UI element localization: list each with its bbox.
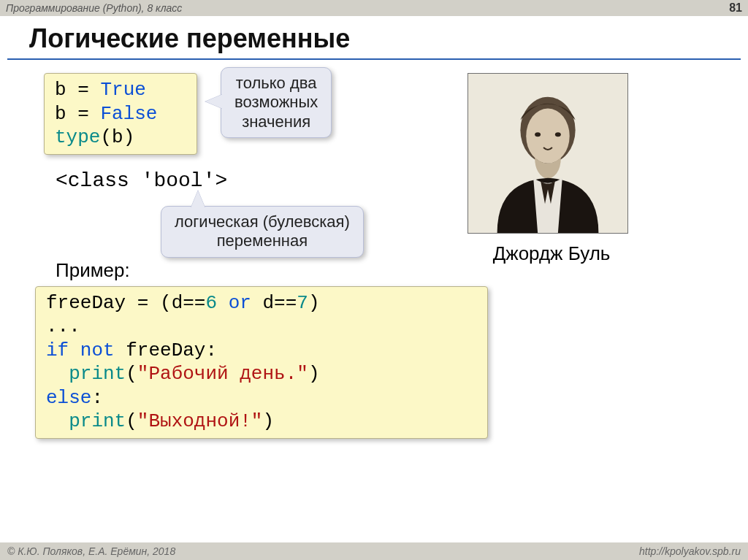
code-keyword: True [100, 79, 145, 101]
title-underline [7, 58, 741, 60]
code-keyword: False [100, 103, 157, 125]
code-text: d== [251, 292, 297, 314]
code-text: freeDay = (d== [46, 292, 205, 314]
page-number: 81 [729, 1, 742, 15]
callout-boolean-var: логическая (булевская) переменная [161, 206, 364, 258]
code-text: (b) [100, 126, 134, 148]
callout-line: логическая (булевская) [175, 212, 350, 231]
code-text: freeDay: [115, 340, 217, 361]
code-func: print [46, 363, 126, 385]
code-string: "Выходной!" [137, 410, 263, 432]
code-text: ) [308, 292, 320, 314]
portrait-block: Джордж Буль [468, 73, 636, 265]
person-icon [468, 74, 627, 233]
content-area: b = True b = False type(b) только два во… [0, 73, 748, 439]
header-bar: Программирование (Python), 8 класс 81 [0, 0, 748, 16]
code-text: b = [55, 103, 100, 125]
svg-point-2 [526, 109, 569, 164]
code-block-2: freeDay = (d==6 or d==7) ... if not free… [35, 286, 488, 439]
code-keyword: not [69, 340, 114, 361]
code-text: ( [126, 363, 137, 385]
footer-bar: © К.Ю. Поляков, Е.А. Ерёмин, 2018 http:/… [0, 542, 748, 560]
svg-point-4 [555, 132, 561, 137]
callout-line: переменная [175, 231, 350, 250]
callout-line: значения [234, 112, 318, 131]
callout-two-values: только два возможных значения [221, 67, 332, 138]
svg-point-3 [535, 132, 541, 137]
portrait-image [468, 73, 628, 234]
code-text: : [91, 387, 103, 409]
code-keyword: if [46, 340, 69, 361]
code-text: ) [308, 363, 320, 385]
course-label: Программирование (Python), 8 класс [6, 2, 182, 14]
footer-url: http://kpolyakov.spb.ru [639, 545, 741, 557]
copyright: © К.Ю. Поляков, Е.А. Ерёмин, 2018 [7, 545, 175, 557]
code-block-1: b = True b = False type(b) [44, 73, 197, 155]
slide-title: Логические переменные [0, 16, 748, 58]
code-text: b = [55, 79, 100, 101]
code-keyword: else [46, 387, 91, 409]
code-text: ) [262, 410, 274, 432]
code-func: print [46, 410, 126, 432]
code-text: ... [46, 315, 80, 337]
code-func: type [55, 126, 100, 148]
code-num: 6 [205, 292, 217, 314]
portrait-caption: Джордж Буль [468, 242, 636, 265]
callout-line: только два [234, 74, 318, 93]
code-keyword: or [217, 292, 251, 314]
code-text: ( [126, 410, 137, 432]
code-num: 7 [297, 292, 308, 314]
callout-line: возможных [234, 93, 318, 112]
code-string: "Рабочий день." [137, 363, 308, 385]
